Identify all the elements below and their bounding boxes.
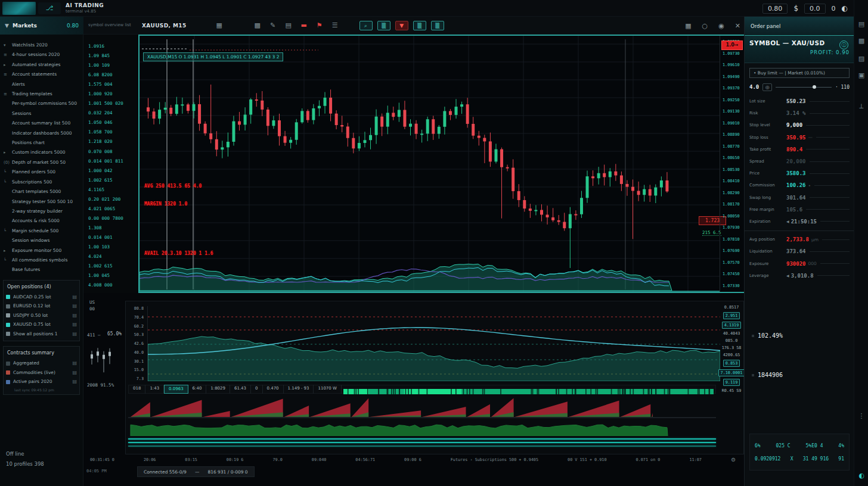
sell-quick-button[interactable]: ▼ (395, 21, 408, 30)
timeframe-button-2[interactable]: ▒ (377, 21, 390, 30)
quote-value[interactable]: 1.050 046 (88, 118, 138, 127)
order-field-row[interactable]: Leverage◀3,010.8 (745, 270, 854, 282)
quote-value[interactable]: 1.000 920 (88, 89, 138, 99)
alert-icon[interactable]: ⚑ (314, 21, 325, 30)
list-item[interactable]: EURUSD 0.12 lot▤ (6, 301, 77, 311)
axis-gear-icon[interactable]: ⚙ (731, 457, 736, 463)
quote-value[interactable]: 1.058 700 (88, 127, 138, 137)
signal-cell[interactable]: 6:40 (188, 385, 207, 394)
spinner-icon[interactable]: ◀ (786, 273, 789, 278)
quote-value[interactable]: 4.024 (88, 252, 138, 261)
volume-value[interactable]: 4.0 (749, 84, 759, 90)
quote-value[interactable]: 0.014 001 (88, 233, 138, 242)
anchor-icon[interactable]: ⟂ (854, 102, 868, 110)
row-menu-icon[interactable]: ▤ (72, 292, 77, 302)
row-menu-icon[interactable]: ▤ (72, 311, 77, 320)
spinner-icon[interactable]: ◀ (786, 219, 789, 223)
order-field-row[interactable]: Avg position2,733.8µm (745, 233, 854, 245)
signal-cell[interactable]: 11070 W (314, 385, 341, 394)
list-item[interactable]: Aggregated▤ (6, 359, 77, 368)
order-field-row[interactable]: Liquidation373.64 (745, 245, 854, 257)
row-menu-icon[interactable]: ▤ (72, 320, 77, 329)
panel-layers-icon[interactable]: ▨ (854, 55, 868, 63)
sidebar-item[interactable]: Chart templates 5000 (4, 187, 80, 197)
more-icon[interactable]: ⋮ (854, 412, 868, 420)
timeframe-button-1[interactable]: ⌕ (359, 21, 373, 30)
sidebar-item[interactable]: ≡Trading templates (4, 89, 80, 99)
order-field-row[interactable]: Lot size550.23 (745, 95, 854, 107)
order-field-row[interactable]: Expiration◀21:50:15 (745, 216, 854, 228)
order-field-row[interactable]: Stop level9,000 (745, 119, 854, 131)
order-field-row[interactable]: Price3580.3 (745, 167, 854, 179)
sidebar-item[interactable]: Positions chart (4, 138, 80, 148)
row-menu-icon[interactable]: ▤ (72, 359, 77, 368)
sidebar-item[interactable]: Account summary list 500 (4, 119, 80, 128)
order-field-row[interactable]: Risk3.14 % (745, 107, 854, 119)
row-menu-icon[interactable]: ▤ (72, 329, 77, 339)
quote-value[interactable]: 1.575 004 (88, 80, 138, 89)
sidebar-item[interactable]: Per-symbol commissions 500 (4, 99, 80, 108)
target-icon[interactable]: ◎ (762, 83, 772, 91)
list-item[interactable]: USDJPY 0.50 lot▤ (6, 311, 77, 320)
sidebar-item[interactable]: └Margin schedule 500 (4, 226, 80, 236)
quote-value[interactable]: 1.002 615 (88, 261, 138, 271)
timeframe-button-3[interactable]: ▒ (413, 21, 426, 30)
order-panel-header[interactable]: Order panel (745, 17, 854, 36)
sidebar-item[interactable]: Strategy tester 500 500 10 (4, 197, 80, 207)
info-icon[interactable]: ⓘ (839, 40, 848, 49)
order-field-row[interactable]: Swap long301.64 (745, 192, 854, 204)
quote-value[interactable]: 1.002 615 (88, 176, 138, 185)
row-menu-icon[interactable]: ▤ (72, 377, 77, 387)
order-type-field[interactable]: • Buy limit — | Market (0.010%) (749, 68, 850, 78)
order-field-row[interactable]: Stop loss350.95— (745, 132, 854, 144)
order-field-row[interactable]: Commission100.26∙ (745, 179, 854, 191)
signal-cell[interactable]: 0 (251, 385, 262, 394)
candlestick-chart[interactable] (140, 36, 720, 292)
row-menu-icon[interactable]: ▤ (72, 368, 77, 378)
signal-cell[interactable]: 1.149 - 93 (284, 385, 314, 394)
list-icon[interactable]: ☰ (330, 21, 340, 30)
sidebar-item[interactable]: └Subscriptions 500 (4, 177, 80, 187)
volume-step[interactable]: · 110 (835, 85, 850, 90)
quote-value[interactable]: 0.20 021 200 (88, 195, 138, 204)
timeframe-button-4[interactable]: ▒ (431, 21, 444, 30)
sidebar-item[interactable]: ▸Exposure monitor 500 (4, 246, 80, 256)
panel-window-icon[interactable]: ▩ (854, 37, 868, 45)
signal-cell[interactable]: 0.470 (263, 385, 284, 394)
signal-cell[interactable]: 61.43 (230, 385, 251, 394)
candle-style-icon[interactable]: ▬ (299, 21, 309, 30)
quote-value[interactable]: 1.308 (88, 223, 138, 233)
rsi-chart[interactable] (148, 306, 720, 381)
quote-value[interactable]: 1.00 109 (88, 61, 138, 70)
signal-cell[interactable]: 018 (129, 385, 145, 394)
sidebar-item[interactable]: ≡4-hour sessions 2020 (4, 50, 80, 60)
quote-value[interactable]: 1.00 103 (88, 242, 138, 252)
sidebar-item[interactable]: Base futures (4, 265, 80, 275)
crosshair-icon[interactable]: ✎ (268, 21, 278, 30)
order-field-row[interactable]: Take profit890.4 (745, 144, 854, 155)
quote-value[interactable]: 4.1165 (88, 185, 138, 195)
signal-cell[interactable]: 1:43 (145, 385, 164, 394)
grid-icon[interactable]: ▩ (252, 21, 263, 30)
panel-list-icon[interactable]: ▤ (854, 20, 868, 28)
quote-value[interactable]: 4.021 0065 (88, 204, 138, 214)
signal-cell[interactable]: 1:8029 (206, 385, 230, 394)
sidebar-item[interactable]: 2-way strategy builder (4, 207, 80, 216)
sidebar-item[interactable]: └All commodities symbols (4, 256, 80, 265)
order-field-row[interactable]: Exposure930020000 (745, 257, 854, 269)
quote-value[interactable]: 0.070 008 (88, 147, 138, 157)
quote-value[interactable]: 0.014 001 811 (88, 157, 138, 166)
quote-value[interactable]: 1.00 045 (88, 271, 138, 281)
panel-dock-icon[interactable]: ▣ (854, 71, 868, 79)
quote-value[interactable]: 1.0916 (88, 42, 138, 51)
sidebar-item[interactable]: Sessions (4, 109, 80, 119)
quote-value[interactable]: 1.09 845 (88, 51, 138, 61)
list-item[interactable]: Active pairs 2020▤ (6, 377, 77, 387)
quote-value[interactable]: 1.218 020 (88, 137, 138, 147)
sidebar-item[interactable]: ▾Watchlists 2020 (4, 40, 80, 50)
layout-icon[interactable]: ▦ (214, 21, 225, 30)
power-icon[interactable]: ◐ (854, 472, 868, 479)
quote-value[interactable]: 0.032 204 (88, 108, 138, 118)
sidebar-item[interactable]: Alerts (4, 80, 80, 89)
list-item[interactable]: Show all positions 1▤ (6, 329, 77, 339)
